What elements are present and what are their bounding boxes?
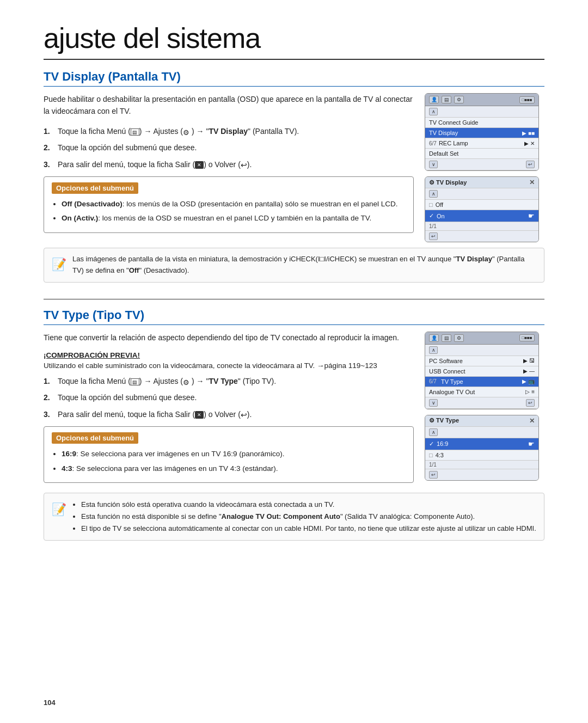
step-num: 1. <box>44 125 53 137</box>
step2-text-2: Toque la opción del submenú que desee. <box>58 391 197 403</box>
off-option-row[interactable]: □ Off <box>425 200 538 210</box>
section1-content: Puede habilitar o deshabilitar la presen… <box>44 93 544 242</box>
battery-icon-2: □■■■ <box>519 334 535 341</box>
tv-display-label: TV Display <box>429 130 458 136</box>
sub-back-2: ↩ <box>425 469 538 480</box>
tv-type-row[interactable]: 6/7 TV Type ▶ 📺 <box>425 377 538 387</box>
on-option-label: On <box>437 213 445 219</box>
43-check-icon: □ <box>429 452 433 458</box>
submenu-list-1: Off (Desactivado): los menús de la OSD (… <box>52 198 406 225</box>
submenu-item-2-2: 4:3: Se selecciona para ver las imágenes… <box>62 463 406 475</box>
off-note-bold: Off <box>129 266 139 274</box>
down-arrow[interactable]: ∨ <box>429 161 438 168</box>
ui-panel-header-2: 👤 ▤ ⚙ □■■■ <box>425 332 538 345</box>
submenu-item-1-2: On (Activ.): los menús de la OSD se mues… <box>62 212 406 224</box>
analogue-tv-label: Analogue TV Out <box>429 389 475 395</box>
submenu-box-2: Opciones del submenú 16:9: Se selecciona… <box>44 426 414 483</box>
note-icon-2: 📝 <box>52 500 67 535</box>
note-box-1: 📝 Las imágenes de pantalla de la vista e… <box>44 248 544 283</box>
down-arrow-2[interactable]: ∨ <box>429 399 438 407</box>
counter-67: 6/7 <box>429 140 437 146</box>
submenu-title-1: Opciones del submenú <box>52 182 138 194</box>
menu-icon-2: ▤ <box>131 378 139 385</box>
section2-title: TV Type (Tipo TV) <box>44 308 544 325</box>
ui-panel-sub-1: ⚙ TV Display ✕ ∧ □ Off ✓ On ☛ 1/1 ↩ <box>425 176 539 242</box>
step2-num-1: 1. <box>44 375 53 387</box>
sub-up-arrow-2[interactable]: ∧ <box>429 428 438 436</box>
check-previa-text: Utilizando el cable suministrado con la … <box>44 362 414 370</box>
counter-67-2: 6/7 <box>429 378 437 384</box>
ui-panel-main-2: 👤 ▤ ⚙ □■■■ ∧ PC Software ▶ 🖫 USB Connect… <box>425 332 539 409</box>
section-tv-display: TV Display (Pantalla TV) Puede habilitar… <box>44 70 544 283</box>
section2-intro: Tiene que convertir la relación de aspec… <box>44 332 414 344</box>
note-text-1: Las imágenes de pantalla de la vista en … <box>72 254 536 277</box>
169-bold: 16:9 <box>62 450 76 458</box>
section1-right: 👤 ▤ ⚙ □■■■ ∧ TV Connect Guide TV Display… <box>425 93 544 242</box>
ui-panel-main-1: 👤 ▤ ⚙ □■■■ ∧ TV Connect Guide TV Display… <box>425 93 539 171</box>
sub-nav-up-1: ∧ <box>425 188 538 200</box>
rec-lamp-label: REC Lamp <box>439 140 468 146</box>
volver-icon-2: ↩ <box>241 410 247 419</box>
ui-panel-header-1: 👤 ▤ ⚙ □■■■ <box>425 94 538 106</box>
gear-icon-hdr-2: ⚙ <box>454 334 464 342</box>
header-icons-2: 👤 ▤ ⚙ <box>429 334 464 342</box>
back-arrow[interactable]: ↩ <box>526 161 535 168</box>
salir-icon: ✕ <box>195 161 204 169</box>
tv-type-value: ▶ 📺 <box>522 378 535 384</box>
section1-intro: Puede habilitar o deshabilitar la presen… <box>44 93 414 118</box>
nav-down-row-1: ∨ ↩ <box>425 159 538 170</box>
usb-connect-label: USB Connect <box>429 368 465 375</box>
submenu-item-2-1: 16:9: Se selecciona para ver imágenes en… <box>62 448 406 460</box>
step2-num-2: 2. <box>44 391 53 403</box>
tv-display-value: ▶ ■■ <box>522 130 535 136</box>
page-number: 104 <box>44 699 56 707</box>
submenu-list-2: 16:9: Se selecciona para ver imágenes en… <box>52 448 406 475</box>
note-box-2: 📝 Esta función sólo está operativa cuand… <box>44 493 544 541</box>
tv-display-row[interactable]: TV Display ▶ ■■ <box>425 128 538 138</box>
off-bold: Off (Desactivado) <box>62 200 122 208</box>
sub-panel-title-label-2: ⚙ TV Type <box>429 417 459 424</box>
sub-up-arrow-1[interactable]: ∧ <box>429 190 438 198</box>
section2-left: Tiene que convertir la relación de aspec… <box>44 332 414 487</box>
step1-3: 3. Para salir del menú, toque la ficha S… <box>44 158 414 171</box>
up-arrow-2[interactable]: ∧ <box>429 346 438 354</box>
section2-content: Tiene que convertir la relación de aspec… <box>44 332 544 487</box>
sub-panel-title-1: ⚙ TV Display ✕ <box>425 177 538 188</box>
ui-panel-sub-2: ⚙ TV Type ✕ ∧ ✓ 16:9 ☛ □ 4:3 1/1 ↩ <box>425 415 539 481</box>
tv-type-bold: TV Type <box>209 377 237 385</box>
section-tv-type: TV Type (Tipo TV) Tiene que convertir la… <box>44 308 544 541</box>
back-arrow-2[interactable]: ↩ <box>526 399 535 407</box>
up-arrow[interactable]: ∧ <box>429 108 438 115</box>
usb-connect-row: USB Connect ▶ — <box>425 366 538 377</box>
menu-icon: ▤ <box>131 128 139 136</box>
gear-icon-hdr: ⚙ <box>454 96 464 103</box>
section-divider <box>44 299 544 299</box>
43-option-row[interactable]: □ 4:3 <box>425 450 538 461</box>
note-2-2: Esta función no está disponible si se de… <box>81 511 536 523</box>
tv-display-bold: TV Display <box>209 127 248 136</box>
tv-type-label: TV Type <box>441 378 463 385</box>
nav-down-row-2: ∨ ↩ <box>425 397 538 409</box>
sub-back-1: ↩ <box>425 231 538 242</box>
section1-steps: 1. Toque la ficha Menú (▤) → Ajustes (⚙)… <box>44 125 414 171</box>
note-2-1: Esta función sólo está operativa cuando … <box>81 499 536 511</box>
on-option-row[interactable]: ✓ On ☛ <box>425 210 538 222</box>
default-set-label: Default Set <box>429 150 458 157</box>
section1-title: TV Display (Pantalla TV) <box>44 70 544 87</box>
sub-back-arrow-2[interactable]: ↩ <box>429 471 438 479</box>
close-icon-1[interactable]: ✕ <box>529 179 535 186</box>
menu-icon-hdr: ▤ <box>442 96 451 103</box>
submenu-title-2: Opciones del submenú <box>52 432 138 444</box>
close-icon-2[interactable]: ✕ <box>529 417 535 425</box>
step2-3: 3. Para salir del menú, toque la ficha S… <box>44 408 414 421</box>
on-bold: On (Activ.) <box>62 214 98 222</box>
169-option-row[interactable]: ✓ 16:9 ☛ <box>425 438 538 450</box>
43-bold: 4:3 <box>62 464 72 473</box>
gear-icon-2: ⚙ <box>183 377 192 386</box>
tv-connect-guide-row: TV Connect Guide <box>425 118 538 128</box>
tv-connect-guide-label: TV Connect Guide <box>429 119 479 126</box>
step-num-2: 2. <box>44 142 53 154</box>
sub-back-arrow-1[interactable]: ↩ <box>429 232 438 240</box>
finger-icon: ☛ <box>528 212 535 220</box>
gear-icon: ⚙ <box>183 127 192 136</box>
